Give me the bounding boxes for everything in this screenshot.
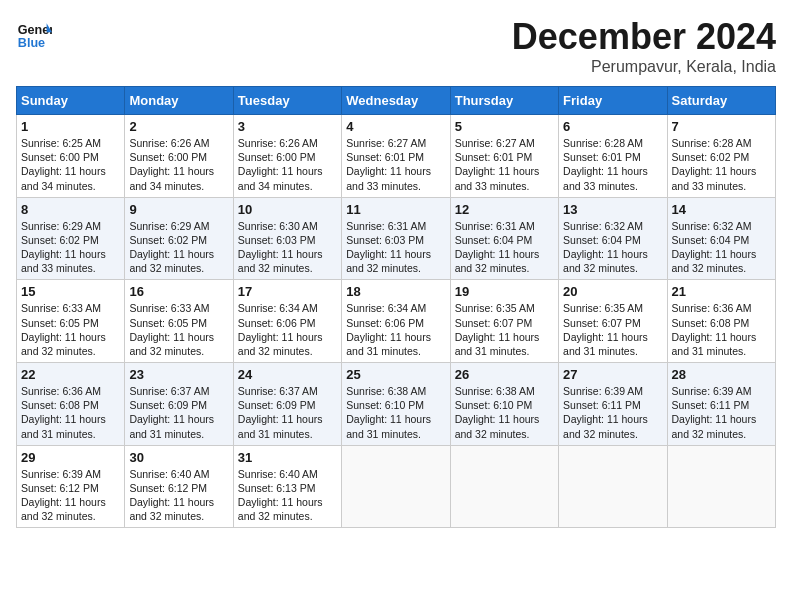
day-info: Sunrise: 6:40 AMSunset: 6:12 PMDaylight:…: [129, 467, 228, 524]
day-number: 7: [672, 119, 771, 134]
day-info: Sunrise: 6:33 AMSunset: 6:05 PMDaylight:…: [129, 301, 228, 358]
day-number: 14: [672, 202, 771, 217]
day-info: Sunrise: 6:28 AMSunset: 6:02 PMDaylight:…: [672, 136, 771, 193]
table-cell: 1Sunrise: 6:25 AMSunset: 6:00 PMDaylight…: [17, 115, 125, 198]
day-info: Sunrise: 6:37 AMSunset: 6:09 PMDaylight:…: [238, 384, 337, 441]
calendar-subtitle: Perumpavur, Kerala, India: [512, 58, 776, 76]
table-cell: 27Sunrise: 6:39 AMSunset: 6:11 PMDayligh…: [559, 363, 667, 446]
calendar-week-5: 29Sunrise: 6:39 AMSunset: 6:12 PMDayligh…: [17, 445, 776, 528]
table-cell: 31Sunrise: 6:40 AMSunset: 6:13 PMDayligh…: [233, 445, 341, 528]
day-number: 22: [21, 367, 120, 382]
table-cell: 14Sunrise: 6:32 AMSunset: 6:04 PMDayligh…: [667, 197, 775, 280]
day-info: Sunrise: 6:39 AMSunset: 6:11 PMDaylight:…: [672, 384, 771, 441]
day-info: Sunrise: 6:31 AMSunset: 6:04 PMDaylight:…: [455, 219, 554, 276]
day-info: Sunrise: 6:39 AMSunset: 6:12 PMDaylight:…: [21, 467, 120, 524]
table-cell: 22Sunrise: 6:36 AMSunset: 6:08 PMDayligh…: [17, 363, 125, 446]
table-cell: 17Sunrise: 6:34 AMSunset: 6:06 PMDayligh…: [233, 280, 341, 363]
day-number: 2: [129, 119, 228, 134]
logo-icon: General Blue: [16, 16, 52, 52]
day-number: 25: [346, 367, 445, 382]
day-info: Sunrise: 6:29 AMSunset: 6:02 PMDaylight:…: [129, 219, 228, 276]
table-cell: 10Sunrise: 6:30 AMSunset: 6:03 PMDayligh…: [233, 197, 341, 280]
day-info: Sunrise: 6:35 AMSunset: 6:07 PMDaylight:…: [455, 301, 554, 358]
day-info: Sunrise: 6:30 AMSunset: 6:03 PMDaylight:…: [238, 219, 337, 276]
table-cell: 2Sunrise: 6:26 AMSunset: 6:00 PMDaylight…: [125, 115, 233, 198]
table-cell: 3Sunrise: 6:26 AMSunset: 6:00 PMDaylight…: [233, 115, 341, 198]
table-cell: 4Sunrise: 6:27 AMSunset: 6:01 PMDaylight…: [342, 115, 450, 198]
day-info: Sunrise: 6:26 AMSunset: 6:00 PMDaylight:…: [129, 136, 228, 193]
svg-text:Blue: Blue: [18, 36, 45, 50]
day-number: 28: [672, 367, 771, 382]
day-number: 18: [346, 284, 445, 299]
table-cell: 24Sunrise: 6:37 AMSunset: 6:09 PMDayligh…: [233, 363, 341, 446]
day-number: 12: [455, 202, 554, 217]
day-number: 8: [21, 202, 120, 217]
table-cell: [342, 445, 450, 528]
day-info: Sunrise: 6:34 AMSunset: 6:06 PMDaylight:…: [238, 301, 337, 358]
table-cell: 25Sunrise: 6:38 AMSunset: 6:10 PMDayligh…: [342, 363, 450, 446]
table-cell: [450, 445, 558, 528]
day-info: Sunrise: 6:26 AMSunset: 6:00 PMDaylight:…: [238, 136, 337, 193]
logo: General Blue: [16, 16, 52, 52]
header-monday: Monday: [125, 87, 233, 115]
title-area: December 2024 Perumpavur, Kerala, India: [512, 16, 776, 76]
day-number: 3: [238, 119, 337, 134]
day-number: 26: [455, 367, 554, 382]
calendar-week-3: 15Sunrise: 6:33 AMSunset: 6:05 PMDayligh…: [17, 280, 776, 363]
day-info: Sunrise: 6:32 AMSunset: 6:04 PMDaylight:…: [672, 219, 771, 276]
table-cell: 20Sunrise: 6:35 AMSunset: 6:07 PMDayligh…: [559, 280, 667, 363]
day-info: Sunrise: 6:36 AMSunset: 6:08 PMDaylight:…: [21, 384, 120, 441]
day-info: Sunrise: 6:38 AMSunset: 6:10 PMDaylight:…: [346, 384, 445, 441]
day-info: Sunrise: 6:28 AMSunset: 6:01 PMDaylight:…: [563, 136, 662, 193]
calendar-title: December 2024: [512, 16, 776, 58]
table-cell: 28Sunrise: 6:39 AMSunset: 6:11 PMDayligh…: [667, 363, 775, 446]
header-sunday: Sunday: [17, 87, 125, 115]
day-info: Sunrise: 6:27 AMSunset: 6:01 PMDaylight:…: [346, 136, 445, 193]
day-number: 1: [21, 119, 120, 134]
day-number: 29: [21, 450, 120, 465]
day-number: 11: [346, 202, 445, 217]
day-number: 9: [129, 202, 228, 217]
day-number: 17: [238, 284, 337, 299]
table-cell: 9Sunrise: 6:29 AMSunset: 6:02 PMDaylight…: [125, 197, 233, 280]
table-cell: 30Sunrise: 6:40 AMSunset: 6:12 PMDayligh…: [125, 445, 233, 528]
weekday-header-row: Sunday Monday Tuesday Wednesday Thursday…: [17, 87, 776, 115]
day-info: Sunrise: 6:25 AMSunset: 6:00 PMDaylight:…: [21, 136, 120, 193]
table-cell: 26Sunrise: 6:38 AMSunset: 6:10 PMDayligh…: [450, 363, 558, 446]
table-cell: 16Sunrise: 6:33 AMSunset: 6:05 PMDayligh…: [125, 280, 233, 363]
calendar-week-1: 1Sunrise: 6:25 AMSunset: 6:00 PMDaylight…: [17, 115, 776, 198]
day-info: Sunrise: 6:33 AMSunset: 6:05 PMDaylight:…: [21, 301, 120, 358]
table-cell: 29Sunrise: 6:39 AMSunset: 6:12 PMDayligh…: [17, 445, 125, 528]
day-number: 16: [129, 284, 228, 299]
day-info: Sunrise: 6:37 AMSunset: 6:09 PMDaylight:…: [129, 384, 228, 441]
calendar-body: 1Sunrise: 6:25 AMSunset: 6:00 PMDaylight…: [17, 115, 776, 528]
day-number: 23: [129, 367, 228, 382]
day-number: 27: [563, 367, 662, 382]
header-saturday: Saturday: [667, 87, 775, 115]
header-friday: Friday: [559, 87, 667, 115]
table-cell: 7Sunrise: 6:28 AMSunset: 6:02 PMDaylight…: [667, 115, 775, 198]
day-number: 4: [346, 119, 445, 134]
table-cell: 8Sunrise: 6:29 AMSunset: 6:02 PMDaylight…: [17, 197, 125, 280]
table-cell: 18Sunrise: 6:34 AMSunset: 6:06 PMDayligh…: [342, 280, 450, 363]
day-number: 30: [129, 450, 228, 465]
header-wednesday: Wednesday: [342, 87, 450, 115]
day-number: 20: [563, 284, 662, 299]
day-info: Sunrise: 6:36 AMSunset: 6:08 PMDaylight:…: [672, 301, 771, 358]
table-cell: 15Sunrise: 6:33 AMSunset: 6:05 PMDayligh…: [17, 280, 125, 363]
day-info: Sunrise: 6:35 AMSunset: 6:07 PMDaylight:…: [563, 301, 662, 358]
table-cell: 23Sunrise: 6:37 AMSunset: 6:09 PMDayligh…: [125, 363, 233, 446]
day-number: 19: [455, 284, 554, 299]
table-cell: 6Sunrise: 6:28 AMSunset: 6:01 PMDaylight…: [559, 115, 667, 198]
table-cell: 12Sunrise: 6:31 AMSunset: 6:04 PMDayligh…: [450, 197, 558, 280]
day-number: 24: [238, 367, 337, 382]
day-info: Sunrise: 6:31 AMSunset: 6:03 PMDaylight:…: [346, 219, 445, 276]
day-info: Sunrise: 6:27 AMSunset: 6:01 PMDaylight:…: [455, 136, 554, 193]
table-cell: 5Sunrise: 6:27 AMSunset: 6:01 PMDaylight…: [450, 115, 558, 198]
table-cell: 19Sunrise: 6:35 AMSunset: 6:07 PMDayligh…: [450, 280, 558, 363]
table-cell: 11Sunrise: 6:31 AMSunset: 6:03 PMDayligh…: [342, 197, 450, 280]
header-thursday: Thursday: [450, 87, 558, 115]
calendar-week-2: 8Sunrise: 6:29 AMSunset: 6:02 PMDaylight…: [17, 197, 776, 280]
table-cell: 21Sunrise: 6:36 AMSunset: 6:08 PMDayligh…: [667, 280, 775, 363]
page-header: General Blue December 2024 Perumpavur, K…: [16, 16, 776, 76]
